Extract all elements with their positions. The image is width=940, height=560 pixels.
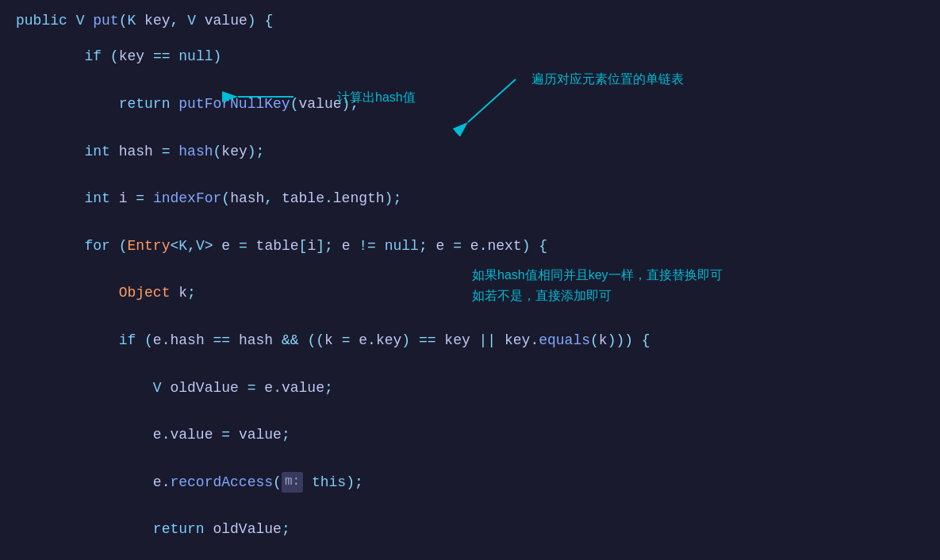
- var-i: i: [119, 187, 128, 210]
- var-value5: value: [239, 424, 282, 447]
- var-hash2: hash: [230, 187, 264, 210]
- var-key6: key: [505, 329, 530, 352]
- semi3: ;: [393, 187, 401, 210]
- dot6: .: [273, 377, 282, 400]
- dot4: .: [367, 329, 376, 352]
- var-e5: e: [153, 329, 162, 352]
- var-e8: e: [153, 424, 162, 447]
- paren18: ): [346, 471, 355, 494]
- code-line-7: Object k;: [0, 270, 940, 317]
- semi1: ;: [350, 93, 359, 116]
- type-v4: V: [153, 377, 162, 400]
- dot3: .: [162, 329, 171, 352]
- semi6: ;: [187, 282, 196, 305]
- paren17: (: [273, 471, 282, 494]
- code-line-11: e.recordAccess(m: this);: [0, 458, 940, 506]
- semi7: ;: [324, 377, 333, 400]
- var-e2: e: [342, 235, 351, 258]
- var-hash3: hash: [170, 329, 204, 352]
- paren9: ): [385, 187, 393, 210]
- class-object: Object: [119, 282, 171, 305]
- method-hash: hash: [178, 140, 213, 163]
- op-neq: !=: [359, 235, 376, 258]
- var-key2: key: [119, 45, 144, 68]
- paren4: (: [290, 93, 299, 116]
- code-line-10: e.value = value;: [0, 412, 940, 459]
- var-k2: k: [324, 329, 333, 352]
- op-assign4: =: [453, 235, 462, 258]
- keyword-if2: if: [119, 329, 136, 352]
- brace2: {: [539, 235, 547, 258]
- keyword-return2: return: [153, 518, 205, 541]
- bracket2: ]: [316, 235, 324, 258]
- paren3: ): [213, 45, 222, 68]
- lt: <: [170, 235, 178, 258]
- op-eq2: ==: [213, 329, 231, 352]
- var-e4: e: [470, 235, 479, 258]
- code-line-5: int i = indexFor(hash, table.length);: [0, 175, 940, 223]
- var-e: e: [221, 235, 230, 258]
- paren14: ): [401, 329, 410, 352]
- keyword-return1: return: [119, 93, 171, 116]
- paren8: (: [221, 187, 230, 210]
- paren6: (: [213, 140, 222, 163]
- brace1: {: [264, 10, 273, 33]
- type-int2: int: [84, 187, 109, 210]
- comma3: ,: [187, 235, 196, 258]
- var-table: table: [282, 187, 324, 210]
- paren5: ): [342, 93, 351, 116]
- type-v2: V: [187, 10, 196, 33]
- op-assign2: =: [136, 187, 144, 210]
- var-k3: k: [599, 329, 608, 352]
- semi8: ;: [282, 424, 290, 447]
- semi10: ;: [282, 518, 290, 541]
- var-e7: e: [264, 377, 273, 400]
- paren15: (: [590, 329, 599, 352]
- type-int1: int: [84, 140, 109, 163]
- semi5: ;: [419, 235, 428, 258]
- semi4: ;: [324, 235, 333, 258]
- keyword-this: this: [312, 471, 346, 494]
- gt: >: [205, 235, 213, 258]
- var-length: length: [333, 187, 385, 210]
- keyword-null1: null: [178, 45, 213, 68]
- var-key5: key: [444, 329, 470, 352]
- var-k: k: [178, 282, 187, 305]
- var-hash4: hash: [239, 329, 273, 352]
- code-editor: public V put(K key, V value) { if (key =…: [0, 0, 940, 560]
- method-recordaccess: recordAccess: [170, 471, 273, 494]
- paren13: ((: [307, 329, 324, 352]
- op-assign7: =: [221, 424, 230, 447]
- semi9: ;: [355, 471, 363, 494]
- dot8: .: [162, 471, 171, 494]
- paren16: ))): [608, 329, 633, 352]
- code-line-12: return oldValue;: [0, 506, 940, 554]
- var-next: next: [487, 235, 521, 258]
- code-line-1: public V put(K key, V value) {: [0, 8, 940, 33]
- var-oldvalue: oldValue: [170, 377, 238, 400]
- dot1: .: [324, 187, 333, 210]
- op-assign3: =: [239, 235, 247, 258]
- comma1: ,: [171, 10, 179, 33]
- paren7: ): [247, 140, 256, 163]
- op-and: &&: [282, 329, 299, 352]
- var-i2: i: [307, 235, 316, 258]
- var-oldvalue2: oldValue: [213, 518, 281, 541]
- dot7: .: [162, 424, 171, 447]
- method-indexfor: indexFor: [153, 187, 221, 210]
- var-key3: key: [221, 140, 247, 163]
- op-or: ||: [479, 329, 497, 352]
- op-assign5: =: [342, 329, 351, 352]
- paren2: (: [110, 45, 119, 68]
- var-value4: value: [170, 424, 213, 447]
- var-value: value: [205, 10, 247, 33]
- var-e9: e: [153, 471, 162, 494]
- var-value3: value: [282, 377, 324, 400]
- code-line-13: }: [0, 554, 940, 560]
- class-entry: Entry: [127, 235, 170, 258]
- op-assign1: =: [162, 140, 171, 163]
- var-table2: table: [256, 235, 299, 258]
- keyword-if1: if: [84, 45, 102, 68]
- punct: (: [119, 10, 128, 33]
- paren10: (: [119, 235, 128, 258]
